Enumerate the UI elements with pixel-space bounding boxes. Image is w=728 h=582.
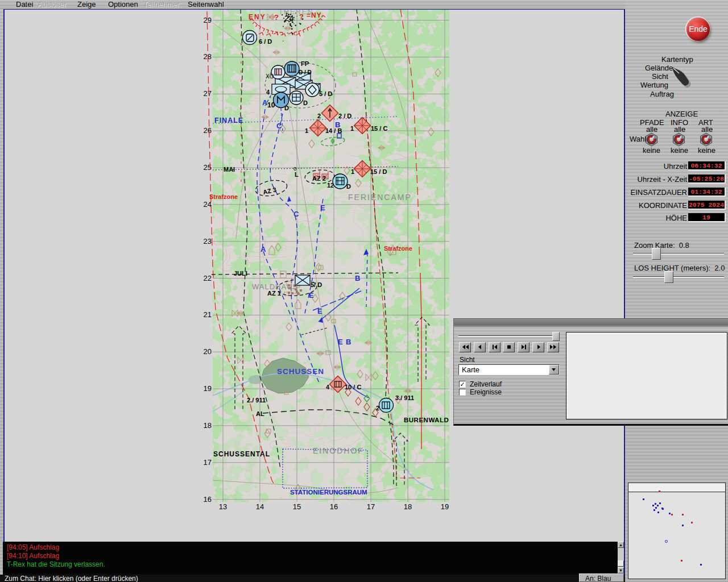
svg-text:21: 21 <box>204 310 212 319</box>
svg-text:24: 24 <box>204 200 212 209</box>
svg-text:C: C <box>293 210 299 218</box>
svg-text:5 / D: 5 / D <box>319 90 332 97</box>
svg-text:E: E <box>317 307 322 315</box>
svg-text:28: 28 <box>204 52 212 61</box>
svg-text:FINALE: FINALE <box>214 117 243 124</box>
svg-text:Strafzone: Strafzone <box>384 245 412 252</box>
svg-text:E: E <box>320 203 325 212</box>
svg-text:FERIENCAMP: FERIENCAMP <box>348 193 412 202</box>
svg-text:JULI: JULI <box>234 270 247 277</box>
svg-text:STATIONIERUNGSRAUM: STATIONIERUNGSRAUM <box>290 489 367 496</box>
svg-text:AZ 2: AZ 2 <box>312 175 326 182</box>
svg-text:18: 18 <box>404 502 412 511</box>
svg-text:1: 1 <box>350 125 354 132</box>
svg-text:A: A <box>262 98 268 107</box>
svg-text:5/ D: 5/ D <box>311 281 322 288</box>
svg-text:SCHUSSEN: SCHUSSEN <box>277 367 324 376</box>
svg-text:MAI: MAI <box>224 166 235 173</box>
svg-text:D / D: D / D <box>299 69 312 76</box>
svg-text:19: 19 <box>441 502 449 511</box>
svg-text:D: D <box>346 183 351 190</box>
svg-text:20: 20 <box>204 347 212 356</box>
svg-text:2: 2 <box>317 113 321 119</box>
svg-text:A: A <box>260 245 266 253</box>
svg-text:2./ 911: 2./ 911 <box>247 397 266 404</box>
svg-text:6 / D: 6 / D <box>259 38 272 45</box>
svg-text:1: 1 <box>351 168 354 175</box>
svg-text:15 / C: 15 / C <box>371 125 387 132</box>
svg-text:16: 16 <box>204 495 212 504</box>
svg-text:14: 14 <box>256 502 264 511</box>
svg-text:16: 16 <box>330 502 338 511</box>
svg-text:FP: FP <box>301 60 309 67</box>
svg-text:2 / D: 2 / D <box>338 113 351 119</box>
svg-text:10 / C: 10 / C <box>345 384 361 390</box>
svg-text:E: E <box>338 338 343 346</box>
svg-text:C: C <box>276 122 282 130</box>
svg-text:17: 17 <box>367 502 375 511</box>
svg-text:10: 10 <box>267 101 275 109</box>
svg-text:12: 12 <box>327 182 334 189</box>
svg-text:SCHUSSENTAL: SCHUSSENTAL <box>213 450 270 458</box>
svg-text:B: B <box>355 274 360 282</box>
svg-text:4: 4 <box>326 384 330 390</box>
svg-text:WALDHAUS: WALDHAUS <box>252 282 298 291</box>
svg-text:27: 27 <box>204 89 212 98</box>
svg-text:18: 18 <box>204 421 212 430</box>
svg-text:13: 13 <box>219 502 227 511</box>
svg-text:Strafzone: Strafzone <box>209 193 238 200</box>
svg-text:15: 15 <box>293 502 301 511</box>
svg-text:23: 23 <box>204 237 212 246</box>
svg-text:E: E <box>309 291 314 300</box>
svg-text:AL: AL <box>256 410 264 417</box>
svg-text:26: 26 <box>204 126 212 135</box>
svg-text:D: D <box>303 99 308 106</box>
svg-text:XO: XO <box>266 73 274 80</box>
svg-text:THEREN: THEREN <box>279 8 313 16</box>
svg-text:4: 4 <box>266 89 270 95</box>
svg-text:22: 22 <box>204 274 212 282</box>
svg-text:17: 17 <box>204 458 212 467</box>
svg-text:L: L <box>295 171 299 178</box>
svg-text:1: 1 <box>305 127 308 134</box>
svg-text:ENY: ENY <box>249 13 266 21</box>
svg-text:19: 19 <box>204 384 212 393</box>
svg-text:15 / D: 15 / D <box>370 168 387 175</box>
svg-text:2: 2 <box>376 405 379 411</box>
svg-text:EINODHOF: EINODHOF <box>313 446 364 455</box>
svg-text:BURENWALD: BURENWALD <box>404 417 449 423</box>
svg-text:D: D <box>284 105 289 111</box>
svg-text:B: B <box>346 338 351 346</box>
svg-text:B: B <box>335 120 340 129</box>
svg-text:3./ 911: 3./ 911 <box>395 394 414 401</box>
